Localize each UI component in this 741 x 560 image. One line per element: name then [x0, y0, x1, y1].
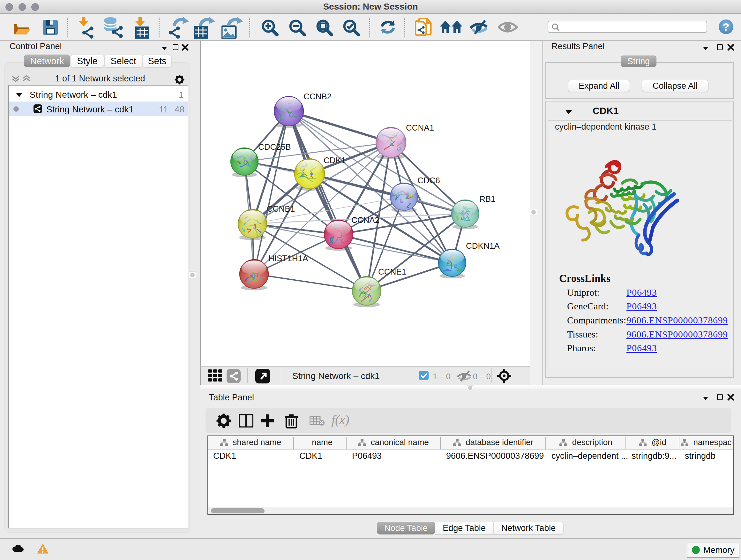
svg-text:CCNB2: CCNB2	[304, 91, 332, 101]
svg-text:CCNB1: CCNB1	[267, 204, 295, 213]
svg-text:CCNA1: CCNA1	[406, 123, 434, 132]
svg-text:CDK1: CDK1	[324, 155, 346, 165]
svg-text:CDC25B: CDC25B	[258, 142, 291, 152]
svg-text:CDKN1A: CDKN1A	[466, 241, 500, 251]
svg-text:CDC6: CDC6	[417, 176, 440, 185]
svg-text:RB1: RB1	[479, 194, 495, 204]
svg-text:CCNA2: CCNA2	[351, 215, 380, 225]
svg-text:HIST1H1A: HIST1H1A	[268, 253, 308, 263]
svg-text:CCNE1: CCNE1	[378, 267, 406, 276]
